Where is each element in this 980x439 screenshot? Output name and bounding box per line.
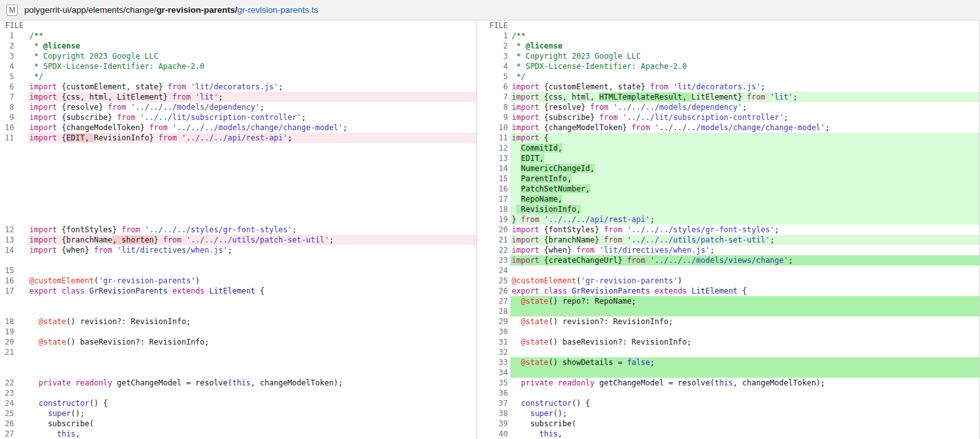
left-line-number[interactable] <box>0 184 28 194</box>
right-line-number[interactable]: 20 <box>476 225 510 235</box>
left-line-number[interactable]: 25 <box>0 408 28 419</box>
right-line-number[interactable]: 39 <box>476 419 510 429</box>
right-line-number[interactable]: 27 <box>476 296 510 306</box>
right-line-number[interactable]: 22 <box>476 245 510 255</box>
left-line-number[interactable]: 2 <box>0 41 28 51</box>
left-line-number[interactable]: 17 <box>0 286 28 296</box>
left-line-number[interactable]: 6 <box>0 82 28 92</box>
right-line-number[interactable]: 8 <box>476 102 510 112</box>
right-line-number[interactable]: 23 <box>476 255 510 265</box>
left-code-line <box>28 368 476 378</box>
left-line-number[interactable]: 7 <box>0 92 28 102</box>
left-line-number[interactable] <box>0 153 28 163</box>
right-line-number[interactable]: 3 <box>476 51 510 61</box>
left-line-number[interactable]: 10 <box>0 123 28 133</box>
left-line-number[interactable]: 18 <box>0 316 28 327</box>
left-line-number[interactable] <box>0 306 28 316</box>
left-line-number[interactable] <box>0 214 28 225</box>
left-line-number[interactable]: 15 <box>0 265 28 276</box>
left-line-number[interactable]: 20 <box>0 337 28 347</box>
right-line-number[interactable]: 21 <box>476 235 510 245</box>
right-line-number[interactable]: 31 <box>476 337 510 347</box>
right-line-number[interactable]: 16 <box>476 184 510 194</box>
right-line-number[interactable]: 1 <box>476 31 510 41</box>
left-line-number[interactable] <box>0 255 28 265</box>
right-code-line <box>510 265 979 276</box>
right-line-number[interactable]: 29 <box>476 316 510 327</box>
right-line-number[interactable]: 14 <box>476 163 510 174</box>
left-line-number[interactable]: 5 <box>0 71 28 82</box>
right-line-number[interactable]: 7 <box>476 92 510 102</box>
left-line-number[interactable]: 24 <box>0 398 28 408</box>
left-code-line: import {customElement, state} from 'lit/… <box>28 82 476 92</box>
diff-row: 11import {EDIT, RevisionInfo} from '../.… <box>0 133 979 143</box>
right-code-line <box>510 347 979 357</box>
right-line-number[interactable]: 26 <box>476 286 510 296</box>
left-line-number[interactable]: 27 <box>0 429 28 439</box>
left-line-number[interactable]: 23 <box>0 388 28 398</box>
right-line-number[interactable]: 40 <box>476 429 510 439</box>
diff-row: 25 super();38 super(); <box>0 408 979 419</box>
left-code-line: export class GrRevisionParents extends L… <box>28 286 476 296</box>
left-line-number[interactable] <box>0 143 28 153</box>
left-code-line: * Copyright 2023 Google LLC <box>28 51 476 61</box>
left-line-number[interactable]: 14 <box>0 245 28 255</box>
left-line-number[interactable]: 13 <box>0 235 28 245</box>
right-line-number[interactable]: 17 <box>476 194 510 204</box>
left-line-number[interactable] <box>0 163 28 174</box>
left-line-number[interactable]: 22 <box>0 378 28 388</box>
right-line-number[interactable]: 36 <box>476 388 510 398</box>
right-line-number[interactable]: 9 <box>476 112 510 123</box>
right-line-number[interactable]: 10 <box>476 123 510 133</box>
left-line-number[interactable] <box>0 194 28 204</box>
right-line-number[interactable]: 32 <box>476 347 510 357</box>
right-line-number[interactable]: 33 <box>476 357 510 368</box>
diff-row: 1524 <box>0 265 979 276</box>
right-line-number[interactable]: 38 <box>476 408 510 419</box>
left-code-line <box>28 184 476 194</box>
right-line-number[interactable]: 35 <box>476 378 510 388</box>
right-line-number[interactable]: 28 <box>476 306 510 316</box>
left-line-number[interactable] <box>0 368 28 378</box>
right-line-number[interactable]: 24 <box>476 265 510 276</box>
file-path-link[interactable]: gr-revision-parents.ts <box>237 5 318 15</box>
diff-row: 5 */5 */ <box>0 71 979 82</box>
right-line-number[interactable]: 12 <box>476 143 510 153</box>
diff-row: 23import {createChangeUrl} from '../../.… <box>0 255 979 265</box>
right-code-line: EDIT, <box>510 153 979 163</box>
right-line-number[interactable]: 4 <box>476 61 510 71</box>
left-line-number[interactable]: 26 <box>0 419 28 429</box>
right-line-number[interactable]: 11 <box>476 133 510 143</box>
right-line-number[interactable]: 13 <box>476 153 510 163</box>
right-line-number[interactable]: 25 <box>476 276 510 286</box>
right-line-number[interactable]: 15 <box>476 174 510 184</box>
left-line-number[interactable] <box>0 204 28 214</box>
left-line-number[interactable] <box>0 174 28 184</box>
right-line-number[interactable]: 2 <box>476 41 510 51</box>
left-line-number[interactable]: 4 <box>0 61 28 71</box>
left-line-number[interactable]: 12 <box>0 225 28 235</box>
left-line-number[interactable]: 11 <box>0 133 28 143</box>
right-line-number[interactable]: 19 <box>476 214 510 225</box>
left-code-line: private readonly getChangeModel = resolv… <box>28 378 476 388</box>
right-line-number[interactable]: 5 <box>476 71 510 82</box>
right-line-number[interactable]: 18 <box>476 204 510 214</box>
left-line-number[interactable]: 9 <box>0 112 28 123</box>
left-line-number[interactable]: 19 <box>0 327 28 337</box>
right-line-number[interactable]: 34 <box>476 368 510 378</box>
left-line-number[interactable]: 8 <box>0 102 28 112</box>
right-line-number[interactable]: 6 <box>476 82 510 92</box>
left-line-number[interactable]: 16 <box>0 276 28 286</box>
left-file-label[interactable]: FILE <box>0 20 28 31</box>
right-file-label[interactable]: FILE <box>476 20 510 31</box>
right-line-number[interactable]: 37 <box>476 398 510 408</box>
left-line-number[interactable] <box>0 357 28 368</box>
right-line-number[interactable]: 30 <box>476 327 510 337</box>
left-code-line: @state() baseRevision?: RevisionInfo; <box>28 337 476 347</box>
left-code-line: import {resolve} from '../../../models/d… <box>28 102 476 112</box>
left-line-number[interactable]: 1 <box>0 31 28 41</box>
left-line-number[interactable]: 21 <box>0 347 28 357</box>
left-line-number[interactable] <box>0 296 28 306</box>
left-line-number[interactable]: 3 <box>0 51 28 61</box>
left-code-line <box>28 296 476 306</box>
